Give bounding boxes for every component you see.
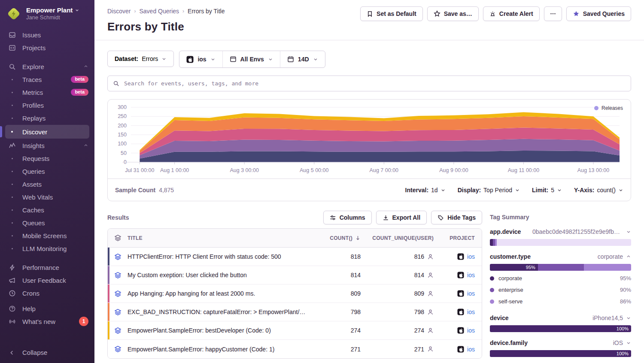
sidebar-item-queries[interactable]: Queries (0, 165, 94, 178)
sidebar-item-profiles[interactable]: Profiles (0, 99, 94, 112)
project-link[interactable]: ios (467, 272, 475, 278)
sidebar-item-crons[interactable]: Crons (0, 287, 94, 299)
project-link[interactable]: ios (467, 327, 475, 334)
sidebar-item-explore[interactable]: Explore (0, 60, 94, 73)
table-row[interactable]: EXC_BAD_INSTRUCTION: captureFatalError: … (108, 303, 482, 321)
set-as-default-button[interactable]: Set as Default (360, 6, 423, 21)
sidebar-item-user-feedback[interactable]: User Feedback (0, 274, 94, 287)
dataset-selector[interactable]: Dataset: Errors (107, 51, 174, 67)
stack-icon[interactable] (108, 345, 128, 353)
sidebar-item-caches[interactable]: Caches (0, 203, 94, 216)
row-project[interactable]: ios (434, 253, 482, 260)
create-alert-button[interactable]: Create Alert (483, 6, 540, 21)
tag-key-row: customer.typecorporate (490, 253, 631, 260)
row-project[interactable]: ios (434, 309, 482, 315)
tag-bar-segment (497, 239, 631, 246)
legend-label: corporate (498, 275, 522, 281)
project-link[interactable]: ios (467, 346, 475, 353)
column-project[interactable]: PROJECT (434, 235, 482, 241)
row-project[interactable]: ios (434, 327, 482, 334)
project-filter[interactable]: ios (179, 51, 222, 67)
display-selector[interactable]: Display:Top Period (458, 187, 520, 194)
tag-legend-row[interactable]: corporate95% (490, 272, 631, 284)
limit-selector[interactable]: Limit:5 (532, 187, 562, 194)
search-input[interactable] (123, 80, 626, 87)
sidebar-item-llm-monitoring[interactable]: LLM Monitoring (0, 242, 94, 255)
sidebar-item-discover[interactable]: Discover (5, 125, 89, 139)
sidebar-item-label: Requests (22, 155, 49, 162)
table-row[interactable]: EmpowerPlant.SampleError: happyCustomer … (108, 340, 482, 358)
issues-icon (8, 31, 16, 39)
chevron-down-icon (626, 315, 631, 321)
org-switcher[interactable]: Empower Plant Jane Schmidt (0, 0, 94, 27)
sidebar-item-requests[interactable]: Requests (0, 152, 94, 165)
stack-icon[interactable] (108, 309, 128, 316)
bullet-icon (8, 79, 16, 80)
row-title[interactable]: EmpowerPlant.SampleError: bestDeveloper … (128, 327, 313, 334)
row-title[interactable]: EmpowerPlant.SampleError: happyCustomer … (128, 346, 313, 353)
row-count-unique: 798 (361, 309, 434, 315)
column-count[interactable]: COUNT() (313, 235, 361, 241)
tag-bar-segment: 100% (490, 325, 631, 332)
tag-value-toggle[interactable]: iOS (613, 339, 631, 346)
project-link[interactable]: ios (467, 309, 475, 315)
sidebar-item-replays[interactable]: Replays (0, 112, 94, 124)
tag-value-toggle[interactable]: iPhone14,5 (592, 315, 631, 321)
sidebar-item-assets[interactable]: Assets (0, 178, 94, 191)
sidebar-item-queues[interactable]: Queues (0, 216, 94, 229)
more-options-button[interactable] (544, 6, 562, 21)
sidebar-item-insights[interactable]: Insights (0, 139, 94, 152)
sidebar-item-mobile-screens[interactable]: Mobile Screens (0, 229, 94, 242)
stack-icon[interactable] (108, 327, 128, 334)
sidebar-item-performance[interactable]: Performance (0, 261, 94, 274)
environment-filter[interactable]: All Envs (222, 51, 280, 67)
breadcrumb-discover[interactable]: Discover (107, 8, 131, 15)
sidebar-item-what-s-new[interactable]: What's new1 (0, 315, 94, 328)
save-as-button[interactable]: Save as… (427, 6, 479, 21)
breadcrumb-saved-queries[interactable]: Saved Queries (139, 8, 179, 15)
row-project[interactable]: ios (434, 290, 482, 297)
bullet-icon (8, 184, 16, 185)
table-row[interactable]: EmpowerPlant.SampleError: bestDeveloper … (108, 321, 482, 340)
stack-icon[interactable] (108, 272, 128, 279)
sidebar-item-traces[interactable]: Tracesbeta (0, 73, 94, 86)
sidebar-item-issues[interactable]: Issues (0, 28, 94, 41)
row-project[interactable]: ios (434, 272, 482, 278)
export-all-button[interactable]: Export All (376, 211, 427, 224)
apple-icon (186, 56, 194, 63)
row-project[interactable]: ios (434, 346, 482, 353)
row-title[interactable]: EXC_BAD_INSTRUCTION: captureFatalError: … (128, 309, 313, 315)
y-axis-selector[interactable]: Y-Axis:count() (574, 187, 623, 194)
row-title[interactable]: HTTPClientError: HTTP Client Error with … (128, 253, 313, 260)
date-range-filter[interactable]: 14D (280, 51, 325, 67)
stack-icon[interactable] (108, 253, 128, 260)
tag-legend-row[interactable]: self-serve86% (490, 296, 631, 307)
column-title[interactable]: TITLE (128, 235, 313, 241)
tag-legend-row[interactable]: enterprise90% (490, 284, 631, 296)
table-row[interactable]: App Hanging: App hanging for at least 20… (108, 284, 482, 303)
columns-button[interactable]: Columns (323, 211, 372, 224)
project-link[interactable]: ios (467, 290, 475, 297)
series-color-strip (108, 284, 109, 302)
row-title[interactable]: My Custom exeption: User clicked the but… (128, 272, 313, 278)
sidebar-item-web-vitals[interactable]: Web Vitals (0, 191, 94, 203)
chevron-down-icon (75, 8, 79, 12)
tag-value-toggle[interactable]: 0baebc0de4982f1255f2e9e9fb7… (532, 228, 631, 235)
table-row[interactable]: HTTPClientError: HTTP Client Error with … (108, 248, 482, 266)
tag-value-toggle[interactable]: corporate (598, 253, 631, 260)
saved-queries-button[interactable]: Saved Queries (566, 6, 631, 21)
releases-legend[interactable]: Releases (594, 105, 623, 111)
interval-selector[interactable]: Interval:1d (405, 187, 446, 194)
row-title[interactable]: App Hanging: App hanging for at least 20… (128, 290, 313, 297)
sidebar-item-projects[interactable]: Projects (0, 41, 94, 54)
stack-icon[interactable] (108, 290, 128, 297)
download-icon (383, 215, 389, 221)
column-count-unique[interactable]: COUNT_UNIQUE(USER) (361, 235, 434, 241)
stack-icon[interactable] (108, 234, 128, 242)
project-link[interactable]: ios (467, 253, 475, 260)
hide-tags-button[interactable]: Hide Tags (431, 211, 482, 224)
table-row[interactable]: My Custom exeption: User clicked the but… (108, 266, 482, 284)
sidebar-item-help[interactable]: Help (0, 302, 94, 315)
sidebar-item-metrics[interactable]: Metricsbeta (0, 86, 94, 99)
collapse-sidebar-button[interactable]: Collapse (0, 342, 94, 363)
